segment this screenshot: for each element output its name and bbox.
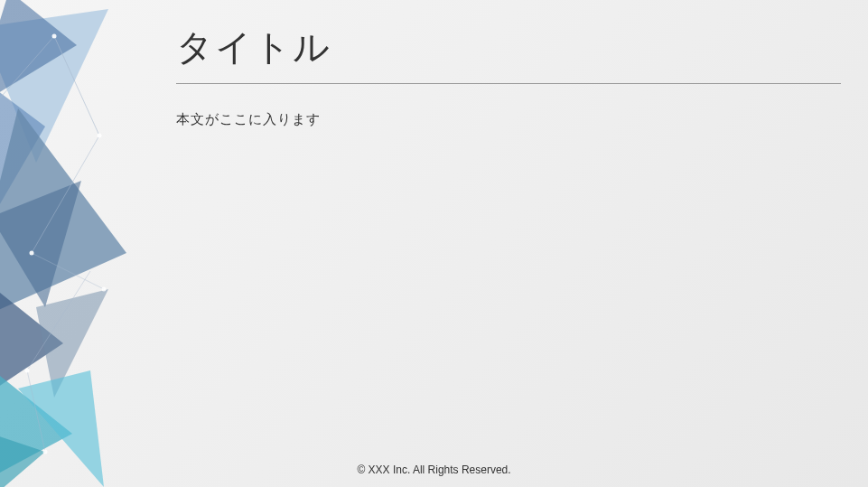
svg-point-20 <box>25 369 30 373</box>
svg-line-12 <box>32 253 104 289</box>
svg-marker-1 <box>0 0 77 108</box>
slide-footer: © XXX Inc. All Rights Reserved. <box>0 464 868 476</box>
svg-marker-6 <box>36 289 108 398</box>
svg-marker-2 <box>0 72 45 235</box>
svg-point-21 <box>43 450 48 454</box>
slide-title: タイトル <box>176 23 841 83</box>
content-area: タイトル 本文がここに入ります <box>176 23 841 128</box>
svg-marker-4 <box>0 181 81 307</box>
svg-marker-0 <box>0 9 108 163</box>
svg-line-13 <box>27 271 90 370</box>
svg-line-11 <box>32 136 99 253</box>
svg-point-18 <box>30 251 34 256</box>
svg-line-15 <box>0 36 54 108</box>
svg-point-16 <box>52 34 57 39</box>
decorative-triangles-bg <box>0 0 181 487</box>
title-divider <box>176 83 841 84</box>
svg-line-10 <box>54 36 99 136</box>
svg-line-14 <box>27 370 45 452</box>
svg-marker-3 <box>0 108 126 325</box>
svg-point-17 <box>98 134 102 138</box>
svg-marker-5 <box>0 271 63 416</box>
slide-body-text: 本文がここに入ります <box>176 111 841 128</box>
svg-marker-9 <box>0 425 45 487</box>
svg-point-19 <box>102 287 107 292</box>
